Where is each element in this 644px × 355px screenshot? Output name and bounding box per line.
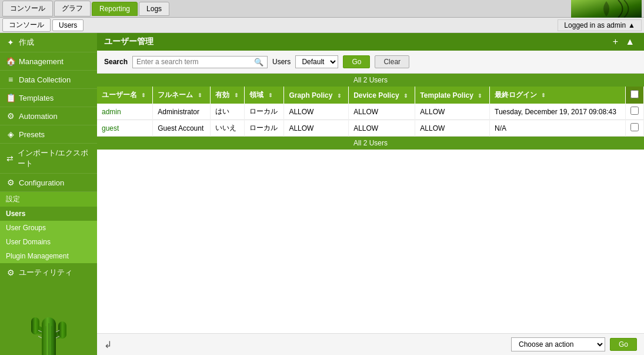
sidebar-item-configuration[interactable]: ⚙ Configuration <box>0 174 97 192</box>
sidebar-item-user-groups[interactable]: User Groups <box>0 221 97 235</box>
sidebar-item-user-domains[interactable]: User Domains <box>0 235 97 249</box>
content-title: ユーザー管理 <box>104 37 154 47</box>
cactus-image <box>0 282 97 355</box>
table-row: admin Administrator はい ローカル ALLOW <box>97 104 644 120</box>
device-policy-admin: ALLOW <box>353 108 378 116</box>
cell-template-policy-guest: ALLOW <box>415 120 490 137</box>
col-graph-policy[interactable]: Graph Policy ⇕ <box>284 87 349 104</box>
action-select[interactable]: Choose an action <box>511 337 605 351</box>
template-policy-admin: ALLOW <box>420 108 445 116</box>
user-link-admin[interactable]: admin <box>102 108 121 116</box>
breadcrumb-users[interactable]: Users <box>52 19 84 31</box>
select-arrow-button[interactable]: ↲ <box>104 339 112 350</box>
sidebar-item-templates[interactable]: 📋 Templates <box>0 89 97 107</box>
cell-enabled-admin: はい <box>211 104 245 120</box>
sidebar-item-automation[interactable]: ⚙ Automation <box>0 107 97 125</box>
user-link-guest[interactable]: guest <box>102 124 119 132</box>
search-icon-button[interactable]: 🔍 <box>254 58 263 67</box>
collapse-button[interactable]: ▲ <box>623 37 637 47</box>
sidebar-item-users[interactable]: Users <box>0 207 97 221</box>
tab-reporting[interactable]: Reporting <box>92 2 138 16</box>
data-collection-icon: ≡ <box>6 75 15 84</box>
sidebar-item-sakusei[interactable]: ✦ 作成 <box>0 33 97 52</box>
sakusei-icon: ✦ <box>6 38 15 47</box>
sidebar-label-automation: Automation <box>19 112 58 121</box>
row-checkbox-guest[interactable] <box>630 123 639 131</box>
breadcrumb-console[interactable]: コンソール <box>2 18 51 32</box>
sidebar-label-configuration: Configuration <box>19 178 64 187</box>
all-users-count-bottom: All 2 Users <box>97 137 644 150</box>
sort-enabled-icon: ⇕ <box>234 92 239 98</box>
automation-icon: ⚙ <box>6 111 15 121</box>
cell-template-policy-admin: ALLOW <box>415 104 490 120</box>
col-last-login[interactable]: 最終ログイン ⇕ <box>490 87 626 104</box>
sidebar-item-utility[interactable]: ⚙ ユーティリティ <box>0 263 97 282</box>
top-nav: コンソール グラフ Reporting Logs <box>0 0 644 18</box>
svg-line-10 <box>38 336 42 338</box>
col-graph-policy-label: Graph Policy <box>289 91 332 99</box>
action-go-button[interactable]: Go <box>610 338 637 351</box>
col-fullname[interactable]: フルネーム ⇕ <box>153 87 211 104</box>
search-clear-button[interactable]: Clear <box>375 55 409 68</box>
sidebar-label-templates: Templates <box>19 94 54 102</box>
col-template-policy-label: Template Policy <box>420 91 473 99</box>
cell-realm-guest: ローカル <box>245 120 284 137</box>
sidebar-label-management: Management <box>19 57 64 66</box>
sidebar-item-management[interactable]: 🏠 Management <box>0 52 97 71</box>
col-device-policy[interactable]: Device Policy ⇕ <box>349 87 415 104</box>
sort-template-policy-icon: ⇕ <box>478 93 482 99</box>
search-bar: Search 🔍 Users Default Go Clear <box>97 51 644 74</box>
col-username[interactable]: ユーザー名 ⇕ <box>97 87 153 104</box>
col-realm-label: 領域 <box>249 91 263 99</box>
col-select-all[interactable] <box>626 87 644 104</box>
col-username-label: ユーザー名 <box>102 91 137 99</box>
sidebar-item-presets[interactable]: ◈ Presets <box>0 125 97 144</box>
cell-username-guest: guest <box>97 120 153 137</box>
logged-in-text: Logged in as admin <box>564 21 626 29</box>
add-user-button[interactable]: + <box>610 37 620 47</box>
sidebar-label-presets: Presets <box>19 130 45 139</box>
cell-fullname-admin: Administrator <box>153 104 211 120</box>
search-input[interactable] <box>136 58 254 66</box>
select-all-checkbox[interactable] <box>630 90 639 98</box>
users-filter-select[interactable]: Default <box>295 55 338 68</box>
content-header-actions: + ▲ <box>610 37 637 47</box>
col-template-policy[interactable]: Template Policy ⇕ <box>415 87 490 104</box>
tab-console[interactable]: コンソール <box>2 1 53 16</box>
sidebar-item-plugin-management[interactable]: Plugin Management <box>0 249 97 263</box>
sort-realm-icon: ⇕ <box>268 92 273 98</box>
cell-enabled-guest: いいえ <box>211 120 245 137</box>
col-realm[interactable]: 領域 ⇕ <box>245 87 284 104</box>
col-enabled-label: 有効 <box>215 91 229 99</box>
search-go-button[interactable]: Go <box>343 55 370 68</box>
realm-admin: ローカル <box>249 107 278 115</box>
col-device-policy-label: Device Policy <box>353 91 399 99</box>
main-layout: ✦ 作成 🏠 Management ≡ Data Collection 📋 Te… <box>0 33 644 355</box>
templates-icon: 📋 <box>6 93 15 102</box>
configuration-icon: ⚙ <box>6 178 15 187</box>
sort-graph-policy-icon: ⇕ <box>337 93 342 99</box>
cell-username-admin: admin <box>97 104 153 120</box>
sort-last-login-icon: ⇕ <box>541 92 546 98</box>
logged-in-arrow-icon: ▲ <box>628 21 635 29</box>
cell-device-policy-guest: ALLOW <box>349 120 415 137</box>
settings-section-label: 設定 <box>0 192 97 207</box>
last-login-admin: Tuesday, December 19, 2017 09:08:43 <box>495 108 616 116</box>
col-last-login-label: 最終ログイン <box>495 91 537 99</box>
user-domains-label: User Domains <box>6 238 51 246</box>
sidebar-item-data-collection[interactable]: ≡ Data Collection <box>0 71 97 89</box>
cell-last-login-guest: N/A <box>490 120 626 137</box>
row-checkbox-admin[interactable] <box>630 107 639 115</box>
tab-logs[interactable]: Logs <box>139 2 169 16</box>
sort-device-policy-icon: ⇕ <box>403 93 408 99</box>
table-row: guest Guest Account いいえ ローカル ALLOW <box>97 120 644 137</box>
content-area: ユーザー管理 + ▲ Search 🔍 Users Default Go Cle… <box>97 33 644 355</box>
utility-label: ユーティリティ <box>19 267 72 278</box>
utility-icon: ⚙ <box>6 268 15 277</box>
tab-graph[interactable]: グラフ <box>54 1 91 16</box>
col-enabled[interactable]: 有効 ⇕ <box>211 87 245 104</box>
sidebar-label-sakusei: 作成 <box>19 37 34 48</box>
sidebar-item-import-export[interactable]: ⇄ インポート/エクスポート <box>0 144 97 174</box>
graph-policy-guest: ALLOW <box>289 124 313 132</box>
sidebar-label-import-export: インポート/エクスポート <box>18 148 91 169</box>
